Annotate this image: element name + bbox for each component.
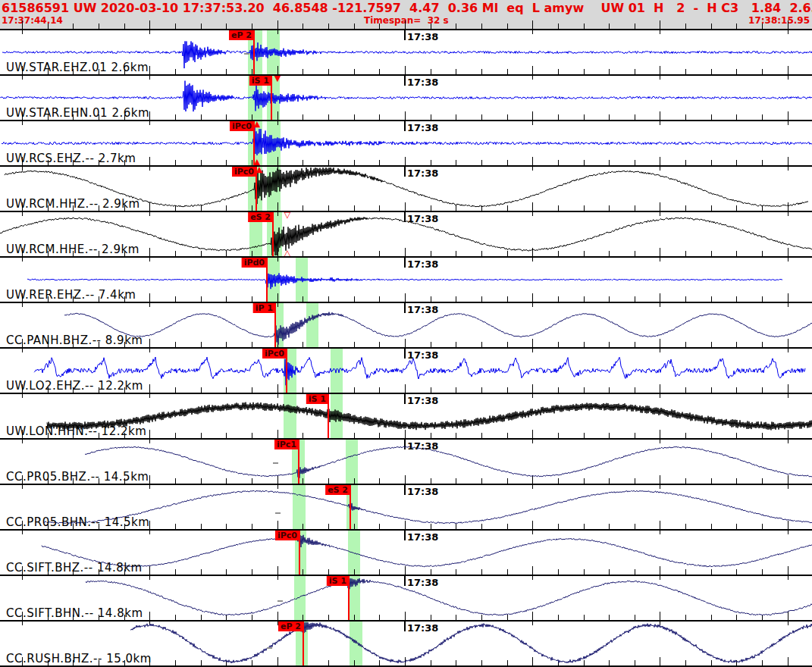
trace-row-UW.RCM.HHZ.--[interactable]: ▲iPc017:38UW.RCM.HHZ.-- 2.9km	[0, 167, 812, 212]
trace-row-UW.RER.EHZ.--[interactable]: iPd017:38UW.RER.EHZ.-- 7.4km	[0, 258, 812, 303]
channel-label: UW.RCM.HHE.-- 2.9km	[6, 243, 140, 256]
phase-pick-flag[interactable]: iPc0	[230, 121, 254, 131]
channel-label: UW.STAR.EHN.01 2.6km	[6, 106, 149, 120]
trace-list: eP 217:38UW.STAR.EHZ.01 2.6km▼iS 117:38U…	[0, 30, 812, 667]
trace-row-UW.LON.HHN.--[interactable]: iS 117:38UW.LON.HHN.-- 12.2km	[0, 394, 812, 440]
trace-row-UW.LO2.EHZ.--[interactable]: iPc017:38UW.LO2.EHZ.-- 12.2km	[0, 349, 812, 394]
amplitude-marker	[275, 512, 281, 514]
trace-row-CC.PR05.BHZ.--[interactable]: iPc117:38CC.PR05.BHZ.-- 14.5km	[0, 440, 812, 485]
amplitude-marker	[273, 462, 278, 464]
trace-polyline	[85, 446, 812, 478]
phase-pick-flag[interactable]: iPc0	[262, 349, 287, 359]
minute-tick	[404, 30, 406, 40]
minute-label: 17:38	[407, 31, 438, 42]
minute-label: 17:38	[407, 486, 438, 497]
minute-tick	[404, 622, 406, 631]
amplitude-marker	[244, 53, 249, 55]
trace-row-CC.SIFT.BHN.--[interactable]: iS 117:38CC.SIFT.BHN.-- 14.8km	[0, 576, 812, 622]
minute-tick	[404, 576, 406, 586]
header-tick-strip	[0, 20, 812, 29]
trace-row-CC.SIFT.BHZ.--[interactable]: iPc017:38CC.SIFT.BHZ.-- 14.8km	[0, 531, 812, 576]
minute-tick	[404, 349, 406, 359]
minute-label: 17:38	[407, 168, 438, 179]
seismogram-viewer: 61586591 UW 2020-03-10 17:37:53.20 46.85…	[0, 0, 812, 667]
channel-label: UW.LO2.EHZ.-- 12.2km	[6, 379, 143, 393]
phase-pick-flag[interactable]: eP 2	[278, 622, 303, 631]
minute-label: 17:38	[407, 577, 438, 588]
trace-polyline	[130, 622, 812, 663]
pick-direction-triangle: ▲	[252, 158, 262, 166]
minute-label: 17:38	[407, 349, 438, 361]
phase-pick-flag[interactable]: iPc0	[275, 531, 299, 540]
event-summary-line: 61586591 UW 2020-03-10 17:37:53.20 46.85…	[2, 0, 812, 16]
minute-label: 17:38	[407, 440, 438, 452]
minute-label: 17:38	[407, 622, 438, 634]
channel-label: UW.RER.EHZ.-- 7.4km	[6, 288, 136, 302]
minute-label: 17:38	[407, 304, 438, 315]
channel-label: UW.RCM.HHZ.-- 2.9km	[6, 197, 140, 211]
channel-label: CC.PR05.BHN.-- 14.5km	[6, 515, 149, 529]
trace-row-UW.RCS.EHZ.--[interactable]: ▲▲iPc017:38UW.RCS.EHZ.-- 2.7km	[0, 121, 812, 167]
event-header: 61586591 UW 2020-03-10 17:37:53.20 46.85…	[0, 0, 812, 30]
channel-label: UW.LON.HHN.-- 12.2km	[6, 424, 146, 438]
trace-row-CC.RUSH.BHZ.--[interactable]: eP 217:38CC.RUSH.BHZ.-- 15.0km	[0, 622, 812, 667]
minute-label: 17:38	[407, 213, 438, 224]
phase-pick-flag[interactable]: eS 2	[248, 212, 273, 222]
minute-label: 17:38	[407, 258, 438, 270]
trace-polyline	[47, 402, 812, 431]
channel-label: UW.STAR.EHZ.01 2.6km	[6, 61, 149, 74]
minute-tick	[404, 76, 406, 86]
channel-label: CC.RUSH.BHZ.-- 15.0km	[6, 652, 152, 665]
pick-direction-triangle: ▽	[283, 212, 292, 219]
phase-pick-flag[interactable]: iS 1	[249, 76, 271, 86]
trace-row-UW.STAR.EHN.01[interactable]: ▼iS 117:38UW.STAR.EHN.01 2.6km	[0, 76, 812, 121]
minute-label: 17:38	[407, 77, 438, 88]
minute-tick	[404, 121, 406, 131]
channel-label: CC.PANH.BHZ.-- 8.9km	[6, 334, 143, 347]
trace-row-CC.PR05.BHN.--[interactable]: eS 217:38CC.PR05.BHN.-- 14.5km	[0, 485, 812, 531]
pick-direction-triangle: ▼	[273, 76, 282, 83]
minute-label: 17:38	[407, 531, 438, 543]
amplitude-marker	[267, 647, 272, 649]
channel-label: CC.SIFT.BHZ.-- 14.8km	[6, 561, 143, 575]
phase-pick-flag[interactable]: iPc1	[274, 440, 299, 449]
pick-direction-triangle: △	[283, 249, 292, 257]
phase-pick-flag[interactable]: iPd0	[242, 258, 267, 268]
channel-label: CC.PR05.BHZ.-- 14.5km	[6, 470, 149, 484]
trace-polyline	[64, 312, 812, 345]
phase-pick-flag[interactable]: iPc0	[232, 167, 256, 177]
trace-row-CC.PANH.BHZ.--[interactable]: iP 117:38CC.PANH.BHZ.-- 8.9km	[0, 303, 812, 349]
minute-tick	[404, 167, 406, 177]
minute-tick	[404, 258, 406, 268]
minute-tick	[404, 531, 406, 540]
amplitude-marker	[277, 600, 283, 602]
minute-tick	[404, 485, 406, 495]
minute-label: 17:38	[407, 395, 438, 406]
trace-polyline	[34, 357, 805, 385]
minute-label: 17:38	[407, 122, 438, 133]
channel-label: UW.RCS.EHZ.-- 2.7km	[6, 152, 136, 165]
trace-polyline	[86, 577, 812, 615]
channel-label: CC.SIFT.BHN.-- 14.8km	[6, 606, 143, 620]
phase-pick-flag[interactable]: eP 2	[229, 30, 254, 40]
trace-row-UW.RCM.HHE.--[interactable]: ▽△eS 217:38UW.RCM.HHE.-- 2.9km	[0, 212, 812, 258]
phase-pick-flag[interactable]: iS 1	[306, 394, 328, 404]
trace-polyline	[27, 273, 782, 289]
phase-pick-flag[interactable]: iS 1	[327, 576, 349, 586]
minute-tick	[404, 440, 406, 449]
phase-pick-flag[interactable]: eS 2	[325, 485, 350, 495]
trace-row-UW.STAR.EHZ.01[interactable]: eP 217:38UW.STAR.EHZ.01 2.6km	[0, 30, 812, 76]
minute-tick	[404, 394, 406, 404]
minute-tick	[404, 303, 406, 313]
phase-pick-flag[interactable]: iP 1	[253, 303, 275, 313]
